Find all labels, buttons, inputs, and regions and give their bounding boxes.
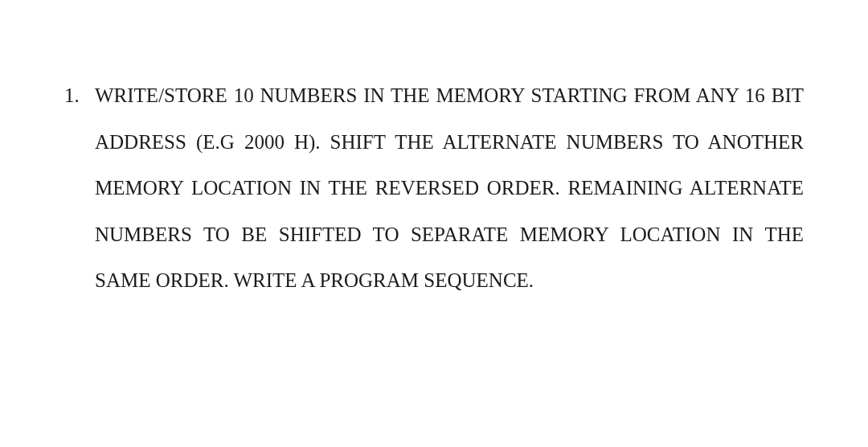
question-text: WRITE/STORE 10 NUMBERS IN THE MEMORY STA…: [95, 72, 804, 304]
question-number: 1.: [64, 72, 87, 119]
question-item: 1. WRITE/STORE 10 NUMBERS IN THE MEMORY …: [64, 72, 804, 304]
